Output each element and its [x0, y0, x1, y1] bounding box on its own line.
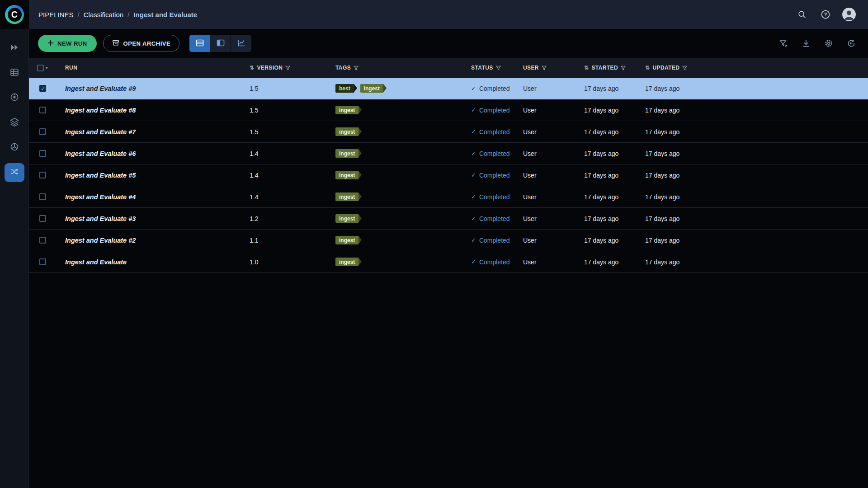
table-row[interactable]: Ingest and Evaluate #2 1.1 ingest ✓ Comp…	[29, 230, 868, 251]
filter-icon[interactable]	[682, 66, 687, 70]
completed-check-icon: ✓	[471, 128, 476, 135]
select-all-checkbox[interactable]	[37, 65, 44, 71]
help-icon[interactable]: ?	[817, 6, 834, 23]
run-status: ✓ Completed	[467, 150, 519, 157]
run-name-link[interactable]: Ingest and Evaluate #4	[65, 193, 136, 201]
row-checkbox[interactable]	[39, 128, 46, 135]
column-header-updated[interactable]: UPDATED	[652, 65, 679, 71]
sidebar-item-pipelines[interactable]	[5, 163, 24, 182]
row-checkbox[interactable]	[39, 172, 46, 178]
row-checkbox[interactable]	[39, 85, 46, 92]
chart-view-button[interactable]	[231, 35, 251, 52]
row-checkbox[interactable]	[39, 150, 46, 157]
column-header-status[interactable]: STATUS	[471, 65, 493, 71]
run-version: 1.4	[246, 150, 332, 157]
sort-icon[interactable]: ⇅	[645, 65, 650, 71]
sidebar-item-projects[interactable]	[5, 39, 24, 58]
run-tags: ingest	[332, 258, 467, 266]
reports-icon	[9, 92, 19, 104]
tag-ingest: ingest	[335, 214, 359, 223]
auto-refresh-icon[interactable]	[846, 38, 856, 48]
column-header-user[interactable]: USER	[523, 65, 539, 71]
settings-icon[interactable]	[824, 38, 834, 48]
row-checkbox[interactable]	[39, 193, 46, 200]
column-header-run[interactable]: RUN	[65, 65, 77, 71]
run-status: ✓ Completed	[467, 172, 519, 179]
row-checkbox[interactable]	[39, 107, 46, 113]
run-name-link[interactable]: Ingest and Evaluate #3	[65, 215, 136, 222]
breadcrumb-pipelines[interactable]: PIPELINES	[38, 11, 74, 19]
sort-icon[interactable]: ⇅	[250, 65, 254, 71]
run-status: ✓ Completed	[467, 128, 519, 136]
breadcrumb: PIPELINES / Classification / Ingest and …	[38, 11, 197, 19]
search-icon[interactable]	[794, 6, 810, 23]
select-dropdown-caret-icon[interactable]: ▾	[46, 66, 48, 70]
column-header-version[interactable]: VERSION	[257, 65, 283, 71]
filter-icon[interactable]	[354, 66, 359, 70]
download-icon[interactable]	[801, 38, 811, 48]
run-started: 17 days ago	[580, 237, 642, 244]
run-name-link[interactable]: Ingest and Evaluate #2	[65, 237, 136, 244]
sidebar-item-orchestration[interactable]	[5, 113, 24, 132]
row-checkbox[interactable]	[39, 215, 46, 222]
run-name-link[interactable]: Ingest and Evaluate #8	[65, 107, 136, 114]
table-row[interactable]: Ingest and Evaluate #9 1.5 bestingest ✓ …	[29, 78, 868, 99]
table-row[interactable]: Ingest and Evaluate #6 1.4 ingest ✓ Comp…	[29, 143, 868, 164]
sidebar-item-reports[interactable]	[5, 89, 24, 108]
filter-icon[interactable]	[621, 66, 626, 70]
run-user: User	[519, 258, 580, 266]
run-started: 17 days ago	[580, 85, 642, 92]
applications-icon	[9, 142, 19, 154]
run-name-link[interactable]: Ingest and Evaluate #5	[65, 172, 136, 179]
completed-check-icon: ✓	[471, 258, 476, 265]
breadcrumb-separator: /	[127, 11, 129, 19]
run-name-link[interactable]: Ingest and Evaluate #9	[65, 85, 136, 92]
run-status: ✓ Completed	[467, 215, 519, 222]
completed-check-icon: ✓	[471, 172, 476, 178]
run-name-link[interactable]: Ingest and Evaluate	[65, 258, 127, 266]
filter-icon[interactable]	[285, 66, 290, 70]
run-updated: 17 days ago	[642, 150, 868, 157]
run-tags: ingest	[332, 127, 467, 136]
split-view-button[interactable]	[210, 35, 231, 52]
sidebar-item-applications[interactable]	[5, 138, 24, 157]
completed-check-icon: ✓	[471, 150, 476, 157]
filter-icon[interactable]	[496, 66, 501, 70]
row-checkbox[interactable]	[39, 258, 46, 265]
table-view-button[interactable]	[189, 35, 210, 52]
toolbar: NEW RUN OPEN ARCHIVE	[29, 29, 868, 58]
run-name-link[interactable]: Ingest and Evaluate #6	[65, 150, 136, 157]
open-archive-button[interactable]: OPEN ARCHIVE	[103, 35, 179, 52]
table-row[interactable]: Ingest and Evaluate #8 1.5 ingest ✓ Comp…	[29, 99, 868, 121]
new-run-button[interactable]: NEW RUN	[38, 35, 97, 52]
sort-icon[interactable]: ⇅	[584, 65, 589, 71]
run-version: 1.4	[246, 172, 332, 179]
sidebar-item-datasets[interactable]	[5, 64, 24, 83]
user-avatar[interactable]	[841, 6, 857, 23]
clearml-logo[interactable]: C	[0, 0, 29, 29]
run-tags: ingest	[332, 192, 467, 201]
table-row[interactable]: Ingest and Evaluate #3 1.2 ingest ✓ Comp…	[29, 208, 868, 230]
tag-ingest: ingest	[335, 258, 359, 266]
table-row[interactable]: Ingest and Evaluate #4 1.4 ingest ✓ Comp…	[29, 186, 868, 208]
breadcrumb-current-pipeline[interactable]: Ingest and Evaluate	[133, 11, 197, 19]
table-row[interactable]: Ingest and Evaluate #7 1.5 ingest ✓ Comp…	[29, 121, 868, 143]
column-header-tags[interactable]: TAGS	[335, 65, 351, 71]
run-version: 1.2	[246, 215, 332, 222]
logo-ring-icon: C	[5, 5, 24, 24]
run-updated: 17 days ago	[642, 172, 868, 179]
run-started: 17 days ago	[580, 150, 642, 157]
table-row[interactable]: Ingest and Evaluate 1.0 ingest ✓ Complet…	[29, 251, 868, 273]
split-view-icon	[216, 38, 225, 49]
filter-reset-icon[interactable]	[778, 38, 788, 48]
column-header-started[interactable]: STARTED	[591, 65, 618, 71]
run-user: User	[519, 215, 580, 222]
run-updated: 17 days ago	[642, 85, 868, 92]
breadcrumb-project[interactable]: Classification	[84, 11, 123, 19]
filter-icon[interactable]	[542, 66, 547, 70]
run-status: ✓ Completed	[467, 85, 519, 92]
row-checkbox[interactable]	[39, 237, 46, 244]
run-version: 1.0	[246, 258, 332, 266]
run-name-link[interactable]: Ingest and Evaluate #7	[65, 128, 136, 136]
table-row[interactable]: Ingest and Evaluate #5 1.4 ingest ✓ Comp…	[29, 164, 868, 186]
